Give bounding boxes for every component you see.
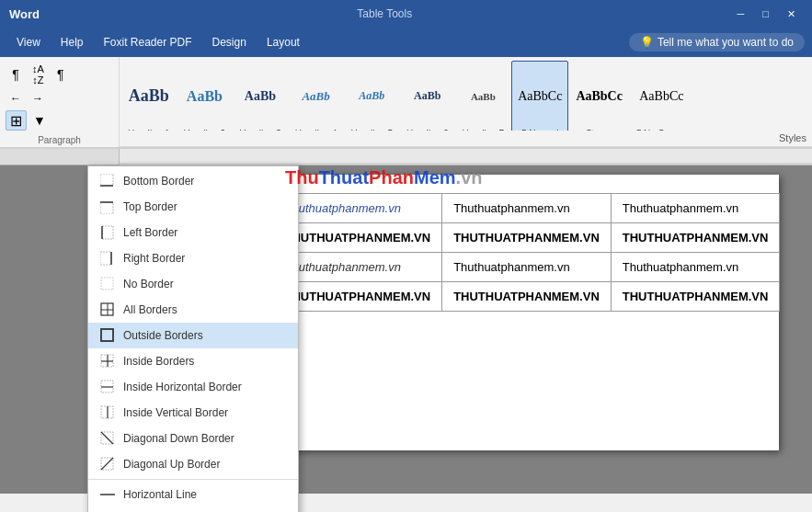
svg-rect-8 — [100, 252, 111, 265]
toolbar-row-2: ← → — [6, 88, 48, 108]
ribbon: ¶ ↕A↕Z ¶ ← → ⊞ ▼ Paragraph AaBb Heading … — [0, 57, 812, 149]
strong-preview: AaBbCc — [576, 63, 623, 129]
table-cell: Thuthuatphanmem.vn — [442, 194, 612, 223]
document-page: Thuthuatphanmem.vn Thuthuatphanmem.vn Th… — [246, 175, 779, 450]
style-nospace[interactable]: AaBbCc ¶ No Spac... — [630, 61, 693, 131]
ruler-svg — [120, 149, 812, 165]
pilcrow-button[interactable]: ¶ — [51, 64, 71, 85]
inside-vertical-item[interactable]: Inside Vertical Border — [88, 400, 298, 426]
heading5-preview: AaBb — [359, 63, 384, 129]
all-borders-icon — [99, 302, 116, 318]
horizontal-line-label: Horizontal Line — [123, 488, 197, 501]
ruler-row — [0, 149, 812, 165]
sort-button[interactable]: ↕A↕Z — [28, 64, 49, 85]
borders-button[interactable]: ⊞ — [6, 110, 27, 131]
document-table: Thuthuatphanmem.vn Thuthuatphanmem.vn Th… — [273, 193, 781, 312]
styles-gallery: AaBb Heading 1 AaBb Heading 2 AaBb Headi… — [120, 57, 812, 131]
svg-line-25 — [101, 458, 113, 470]
menu-help[interactable]: Help — [51, 32, 93, 52]
left-border-item[interactable]: Left Border — [88, 220, 298, 245]
styles-section: AaBb Heading 1 AaBb Heading 2 AaBb Headi… — [120, 57, 812, 147]
draw-table-item[interactable]: ✏ Draw Table — [88, 507, 298, 512]
svg-rect-10 — [101, 278, 113, 290]
horizontal-line-item[interactable]: Horizontal Line — [88, 482, 298, 507]
bottom-border-item[interactable]: Bottom Border — [88, 168, 298, 194]
outside-borders-icon — [99, 327, 116, 344]
left-border-label: Left Border — [123, 226, 177, 239]
table-cell: Thuthuatphanmem.vn — [442, 253, 612, 282]
inside-horizontal-icon — [99, 379, 116, 395]
shading-button[interactable]: ▼ — [29, 110, 51, 131]
tell-me-box[interactable]: 💡 Tell me what you want to do — [629, 33, 805, 51]
inside-borders-icon — [99, 353, 116, 370]
style-normal[interactable]: AaBbCc ¶ Normal — [511, 61, 568, 131]
diagonal-up-item[interactable]: Diagonal Up Border — [88, 451, 298, 477]
style-heading3[interactable]: AaBb Heading 3 — [233, 61, 288, 131]
svg-rect-0 — [120, 149, 812, 165]
table-cell: THUTHUATPHANMEM.VN — [611, 223, 780, 253]
inside-horizontal-label: Inside Horizontal Border — [123, 381, 242, 393]
diagonal-up-label: Diagonal Up Border — [123, 458, 220, 471]
table-cell: Thuthuatphanmem.vn — [611, 194, 780, 223]
maximize-button[interactable]: □ — [755, 6, 776, 22]
toolbar-row-3: ⊞ ▼ — [6, 110, 51, 131]
style-heading7[interactable]: AaBb Heading 7 — [456, 61, 511, 131]
no-border-label: No Border — [123, 278, 174, 290]
svg-rect-4 — [100, 202, 113, 214]
no-border-item[interactable]: No Border — [88, 271, 298, 297]
heading6-preview: AaBb — [414, 63, 440, 129]
paragraph-label: Paragraph — [0, 135, 119, 145]
window-controls: ─ □ ✕ — [730, 6, 803, 22]
indent-right-button[interactable]: → — [28, 88, 48, 108]
table-cell: THUTHUATPHANMEM.VN — [611, 282, 780, 312]
close-button[interactable]: ✕ — [780, 6, 803, 22]
heading7-preview: AaBb — [471, 63, 496, 129]
menu-view[interactable]: View — [7, 32, 50, 52]
table-row: Thuthuatphanmem.vn Thuthuatphanmem.vn Th… — [273, 253, 780, 282]
nospace-preview: AaBbCc — [639, 63, 683, 129]
svg-rect-2 — [100, 174, 113, 186]
horizontal-line-icon — [99, 486, 116, 503]
bottom-border-label: Bottom Border — [123, 175, 194, 188]
app-logo: Word — [9, 7, 40, 21]
diagonal-down-icon — [99, 430, 116, 447]
table-row: THUTHUATPHANMEM.VN THUTHUATPHANMEM.VN TH… — [273, 282, 780, 312]
diagonal-up-icon — [99, 456, 116, 472]
top-border-icon — [99, 199, 116, 215]
menu-design[interactable]: Design — [203, 32, 256, 52]
below-ribbon-label — [0, 149, 120, 165]
menu-bar: View Help Foxit Reader PDF Design Layout… — [0, 28, 812, 57]
all-borders-item[interactable]: All Borders — [88, 297, 298, 323]
top-border-label: Top Border — [123, 200, 177, 213]
inside-vertical-icon — [99, 404, 116, 421]
bottom-border-icon — [99, 173, 116, 189]
style-heading5[interactable]: AaBb Heading 5 — [344, 61, 399, 131]
style-heading2[interactable]: AaBb Heading 2 — [177, 61, 233, 131]
inside-borders-item[interactable]: Inside Borders — [88, 348, 298, 374]
inside-borders-label: Inside Borders — [123, 355, 194, 368]
diagonal-down-item[interactable]: Diagonal Down Border — [88, 426, 298, 451]
right-border-icon — [99, 250, 116, 267]
no-border-icon — [99, 276, 116, 292]
title-bar-left: Word — [9, 7, 40, 21]
style-strong[interactable]: AaBbCc Strong — [569, 61, 629, 131]
paragraph-marks-button[interactable]: ¶ — [6, 64, 26, 85]
document-area: Thuthuatphanmem.vn Thuthuatphanmem.vn Th… — [212, 165, 812, 494]
style-heading1[interactable]: AaBb Heading 1 — [121, 61, 177, 131]
borders-grid-icon: ⊞ — [10, 112, 22, 130]
heading4-preview: AaBb — [302, 63, 329, 129]
minimize-button[interactable]: ─ — [730, 6, 752, 22]
menu-layout[interactable]: Layout — [257, 32, 309, 52]
menu-foxit[interactable]: Foxit Reader PDF — [94, 32, 200, 52]
table-cell: Thuthuatphanmem.vn — [611, 253, 780, 282]
style-heading6[interactable]: AaBb Heading 6 — [400, 61, 455, 131]
style-heading4[interactable]: AaBb Heading 4 — [289, 61, 344, 131]
right-border-item[interactable]: Right Border — [88, 245, 298, 271]
table-cell: THUTHUATPHANMEM.VN — [442, 282, 612, 312]
tell-me-text: Tell me what you want to do — [658, 36, 794, 49]
inside-horizontal-item[interactable]: Inside Horizontal Border — [88, 374, 298, 400]
outside-borders-item[interactable]: Outside Borders — [88, 323, 298, 348]
indent-left-button[interactable]: ← — [6, 88, 26, 108]
right-border-label: Right Border — [123, 252, 185, 265]
top-border-item[interactable]: Top Border — [88, 194, 298, 220]
